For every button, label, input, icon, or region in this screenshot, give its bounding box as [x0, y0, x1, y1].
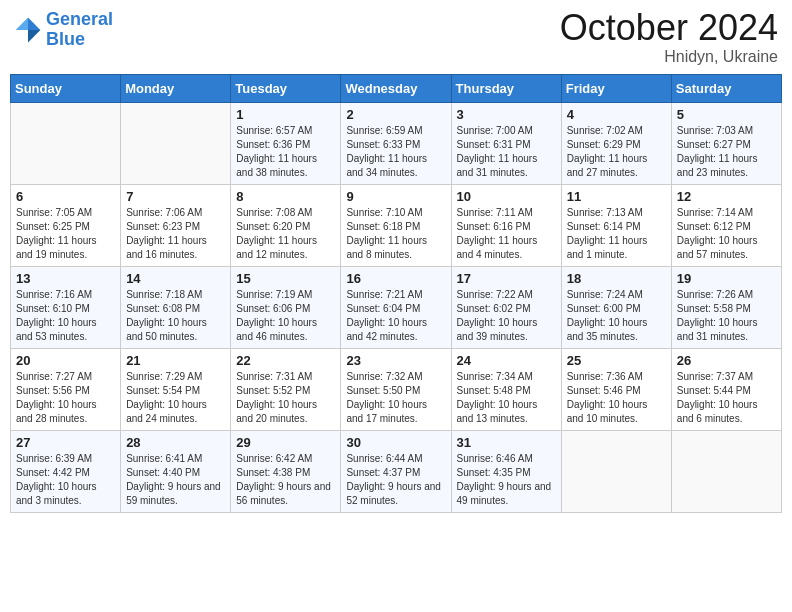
weekday-header-saturday: Saturday: [671, 75, 781, 103]
title-block: October 2024 Hnidyn, Ukraine: [560, 10, 778, 66]
logo-icon: [14, 16, 42, 44]
day-number: 29: [236, 435, 335, 450]
svg-marker-2: [16, 17, 28, 29]
location-title: Hnidyn, Ukraine: [560, 48, 778, 66]
day-number: 4: [567, 107, 666, 122]
calendar-cell: 18Sunrise: 7:24 AM Sunset: 6:00 PM Dayli…: [561, 267, 671, 349]
svg-marker-1: [28, 30, 40, 42]
day-info: Sunrise: 7:26 AM Sunset: 5:58 PM Dayligh…: [677, 288, 776, 344]
weekday-header-thursday: Thursday: [451, 75, 561, 103]
day-info: Sunrise: 7:34 AM Sunset: 5:48 PM Dayligh…: [457, 370, 556, 426]
calendar-cell: 28Sunrise: 6:41 AM Sunset: 4:40 PM Dayli…: [121, 431, 231, 513]
day-info: Sunrise: 6:57 AM Sunset: 6:36 PM Dayligh…: [236, 124, 335, 180]
calendar-cell: 7Sunrise: 7:06 AM Sunset: 6:23 PM Daylig…: [121, 185, 231, 267]
day-info: Sunrise: 7:36 AM Sunset: 5:46 PM Dayligh…: [567, 370, 666, 426]
day-info: Sunrise: 7:10 AM Sunset: 6:18 PM Dayligh…: [346, 206, 445, 262]
calendar-cell: 31Sunrise: 6:46 AM Sunset: 4:35 PM Dayli…: [451, 431, 561, 513]
day-number: 2: [346, 107, 445, 122]
day-info: Sunrise: 6:46 AM Sunset: 4:35 PM Dayligh…: [457, 452, 556, 508]
day-number: 16: [346, 271, 445, 286]
day-number: 13: [16, 271, 115, 286]
day-info: Sunrise: 7:11 AM Sunset: 6:16 PM Dayligh…: [457, 206, 556, 262]
calendar-cell: 1Sunrise: 6:57 AM Sunset: 6:36 PM Daylig…: [231, 103, 341, 185]
calendar-cell: 27Sunrise: 6:39 AM Sunset: 4:42 PM Dayli…: [11, 431, 121, 513]
day-number: 26: [677, 353, 776, 368]
calendar-cell: [121, 103, 231, 185]
day-number: 20: [16, 353, 115, 368]
calendar-cell: 17Sunrise: 7:22 AM Sunset: 6:02 PM Dayli…: [451, 267, 561, 349]
calendar-cell: 12Sunrise: 7:14 AM Sunset: 6:12 PM Dayli…: [671, 185, 781, 267]
day-number: 6: [16, 189, 115, 204]
calendar-cell: 13Sunrise: 7:16 AM Sunset: 6:10 PM Dayli…: [11, 267, 121, 349]
calendar-cell: 21Sunrise: 7:29 AM Sunset: 5:54 PM Dayli…: [121, 349, 231, 431]
day-number: 15: [236, 271, 335, 286]
day-number: 10: [457, 189, 556, 204]
day-number: 28: [126, 435, 225, 450]
day-info: Sunrise: 6:42 AM Sunset: 4:38 PM Dayligh…: [236, 452, 335, 508]
day-info: Sunrise: 7:37 AM Sunset: 5:44 PM Dayligh…: [677, 370, 776, 426]
calendar-cell: 19Sunrise: 7:26 AM Sunset: 5:58 PM Dayli…: [671, 267, 781, 349]
day-info: Sunrise: 7:31 AM Sunset: 5:52 PM Dayligh…: [236, 370, 335, 426]
day-info: Sunrise: 7:32 AM Sunset: 5:50 PM Dayligh…: [346, 370, 445, 426]
calendar-cell: 26Sunrise: 7:37 AM Sunset: 5:44 PM Dayli…: [671, 349, 781, 431]
day-info: Sunrise: 7:19 AM Sunset: 6:06 PM Dayligh…: [236, 288, 335, 344]
calendar-cell: 14Sunrise: 7:18 AM Sunset: 6:08 PM Dayli…: [121, 267, 231, 349]
day-info: Sunrise: 7:03 AM Sunset: 6:27 PM Dayligh…: [677, 124, 776, 180]
day-info: Sunrise: 7:18 AM Sunset: 6:08 PM Dayligh…: [126, 288, 225, 344]
day-number: 31: [457, 435, 556, 450]
day-number: 5: [677, 107, 776, 122]
day-info: Sunrise: 7:06 AM Sunset: 6:23 PM Dayligh…: [126, 206, 225, 262]
weekday-header-friday: Friday: [561, 75, 671, 103]
day-number: 27: [16, 435, 115, 450]
calendar-cell: 11Sunrise: 7:13 AM Sunset: 6:14 PM Dayli…: [561, 185, 671, 267]
logo-general: General: [46, 9, 113, 29]
calendar-table: SundayMondayTuesdayWednesdayThursdayFrid…: [10, 74, 782, 513]
logo-text: General Blue: [46, 10, 113, 50]
day-number: 1: [236, 107, 335, 122]
calendar-cell: 29Sunrise: 6:42 AM Sunset: 4:38 PM Dayli…: [231, 431, 341, 513]
day-number: 17: [457, 271, 556, 286]
day-info: Sunrise: 7:16 AM Sunset: 6:10 PM Dayligh…: [16, 288, 115, 344]
day-number: 21: [126, 353, 225, 368]
day-number: 7: [126, 189, 225, 204]
calendar-cell: 23Sunrise: 7:32 AM Sunset: 5:50 PM Dayli…: [341, 349, 451, 431]
calendar-cell: 10Sunrise: 7:11 AM Sunset: 6:16 PM Dayli…: [451, 185, 561, 267]
calendar-cell: 24Sunrise: 7:34 AM Sunset: 5:48 PM Dayli…: [451, 349, 561, 431]
svg-marker-0: [28, 17, 40, 29]
day-info: Sunrise: 7:00 AM Sunset: 6:31 PM Dayligh…: [457, 124, 556, 180]
day-number: 19: [677, 271, 776, 286]
week-row-2: 6Sunrise: 7:05 AM Sunset: 6:25 PM Daylig…: [11, 185, 782, 267]
day-info: Sunrise: 6:44 AM Sunset: 4:37 PM Dayligh…: [346, 452, 445, 508]
day-info: Sunrise: 7:14 AM Sunset: 6:12 PM Dayligh…: [677, 206, 776, 262]
calendar-cell: [11, 103, 121, 185]
calendar-cell: 9Sunrise: 7:10 AM Sunset: 6:18 PM Daylig…: [341, 185, 451, 267]
day-info: Sunrise: 7:27 AM Sunset: 5:56 PM Dayligh…: [16, 370, 115, 426]
day-number: 22: [236, 353, 335, 368]
calendar-cell: [671, 431, 781, 513]
weekday-header-monday: Monday: [121, 75, 231, 103]
calendar-cell: [561, 431, 671, 513]
day-info: Sunrise: 7:22 AM Sunset: 6:02 PM Dayligh…: [457, 288, 556, 344]
calendar-cell: 5Sunrise: 7:03 AM Sunset: 6:27 PM Daylig…: [671, 103, 781, 185]
day-number: 9: [346, 189, 445, 204]
month-title: October 2024: [560, 10, 778, 46]
day-number: 8: [236, 189, 335, 204]
day-info: Sunrise: 6:39 AM Sunset: 4:42 PM Dayligh…: [16, 452, 115, 508]
day-info: Sunrise: 7:24 AM Sunset: 6:00 PM Dayligh…: [567, 288, 666, 344]
day-info: Sunrise: 7:08 AM Sunset: 6:20 PM Dayligh…: [236, 206, 335, 262]
day-number: 11: [567, 189, 666, 204]
calendar-cell: 2Sunrise: 6:59 AM Sunset: 6:33 PM Daylig…: [341, 103, 451, 185]
calendar-cell: 16Sunrise: 7:21 AM Sunset: 6:04 PM Dayli…: [341, 267, 451, 349]
calendar-cell: 30Sunrise: 6:44 AM Sunset: 4:37 PM Dayli…: [341, 431, 451, 513]
calendar-cell: 6Sunrise: 7:05 AM Sunset: 6:25 PM Daylig…: [11, 185, 121, 267]
day-number: 25: [567, 353, 666, 368]
calendar-cell: 25Sunrise: 7:36 AM Sunset: 5:46 PM Dayli…: [561, 349, 671, 431]
calendar-cell: 22Sunrise: 7:31 AM Sunset: 5:52 PM Dayli…: [231, 349, 341, 431]
day-number: 12: [677, 189, 776, 204]
day-number: 18: [567, 271, 666, 286]
calendar-cell: 3Sunrise: 7:00 AM Sunset: 6:31 PM Daylig…: [451, 103, 561, 185]
day-info: Sunrise: 7:05 AM Sunset: 6:25 PM Dayligh…: [16, 206, 115, 262]
calendar-cell: 4Sunrise: 7:02 AM Sunset: 6:29 PM Daylig…: [561, 103, 671, 185]
logo-blue: Blue: [46, 29, 85, 49]
calendar-cell: 20Sunrise: 7:27 AM Sunset: 5:56 PM Dayli…: [11, 349, 121, 431]
